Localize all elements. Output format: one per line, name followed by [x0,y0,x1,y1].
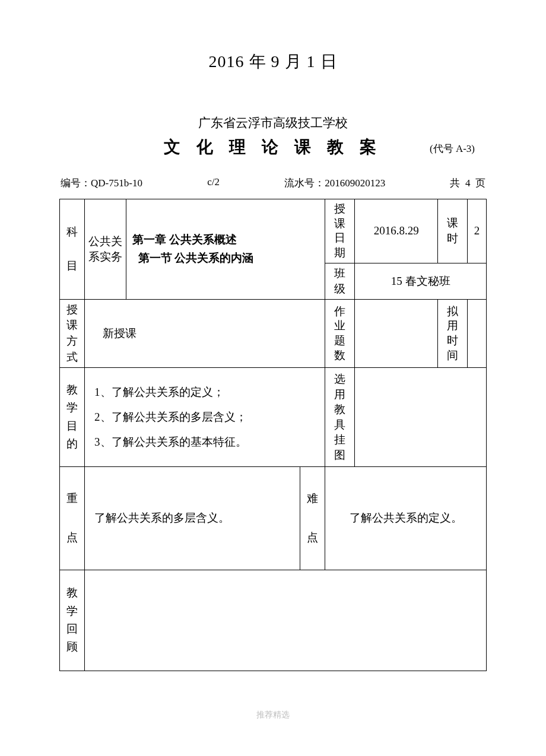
diff-label: 难 点 [300,466,325,570]
class-label: 班级 [325,263,355,299]
subject-label-1: 科 [64,224,81,241]
homework-label: 作业题数 [325,299,355,367]
aids-value [355,368,487,466]
doc-code: (代号 A-3) [430,142,475,155]
subject-label: 科 目 [60,199,85,300]
hours-value: 2 [468,199,487,263]
goal-1: 1、了解公共关系的定义； [94,380,315,405]
version: c/2 [207,176,220,190]
key-label-2: 点 [64,518,81,558]
class-value: 15 春文秘班 [355,263,487,299]
subject-label-2: 目 [64,258,81,275]
time-value [468,299,487,367]
diff-label-2: 点 [304,518,321,558]
chapter-cell: 第一章 公共关系概述 第一节 公共关系的内涵 [126,199,325,300]
date-value: 2016.8.29 [355,199,438,263]
pages-pre: 共 [450,177,460,189]
chapter-line2: 第一节 公共关系的内涵 [132,249,321,267]
page-date-title: 2016 年 9 月 1 日 [59,50,487,73]
goal-label: 教学目的 [60,368,85,466]
diff-value: 了解公共关系的定义。 [325,466,487,570]
aids-label: 选用教具挂图 [325,368,355,466]
date-label: 授课日期 [325,199,355,263]
homework-value [355,299,438,367]
bianhao-label: 编号： [61,177,91,189]
footer-text: 推荐精选 [0,710,546,720]
diff-label-1: 难 [304,479,321,519]
goals-cell: 1、了解公共关系的定义； 2、了解公共关系的多层含义； 3、了解公共关系的基本特… [85,368,325,466]
review-value [85,570,487,671]
hours-label: 课时 [438,199,468,263]
key-value: 了解公共关系的多层含义。 [85,466,300,570]
pages-value: 4 [465,177,471,189]
key-label-1: 重 [64,479,81,519]
goal-3: 3、了解公共关系的基本特征。 [94,430,315,455]
serial-value: 201609020123 [325,177,385,189]
serial-label: 流水号： [284,177,325,189]
bianhao-value: QD-751b-10 [91,177,142,189]
key-label: 重 点 [60,466,85,570]
doc-title: 文 化 理 论 课 教 案 [164,136,382,158]
time-label: 拟用时间 [438,299,468,367]
review-label: 教学回顾 [60,570,85,671]
subject-value: 公共关系实务 [85,199,126,300]
chapter-line1: 第一章 公共关系概述 [132,231,321,249]
method-value: 新授课 [85,299,325,367]
goal-2: 2、了解公共关系的多层含义； [94,405,315,430]
meta-row: 编号：QD-751b-10 c/2 流水号：201609020123 共 4 页 [59,176,487,190]
pages-post: 页 [475,177,485,189]
lesson-plan-table: 科 目 公共关系实务 第一章 公共关系概述 第一节 公共关系的内涵 授课日期 2… [59,199,487,671]
school-name: 广东省云浮市高级技工学校 [59,115,487,131]
method-label: 授课方式 [60,299,85,367]
